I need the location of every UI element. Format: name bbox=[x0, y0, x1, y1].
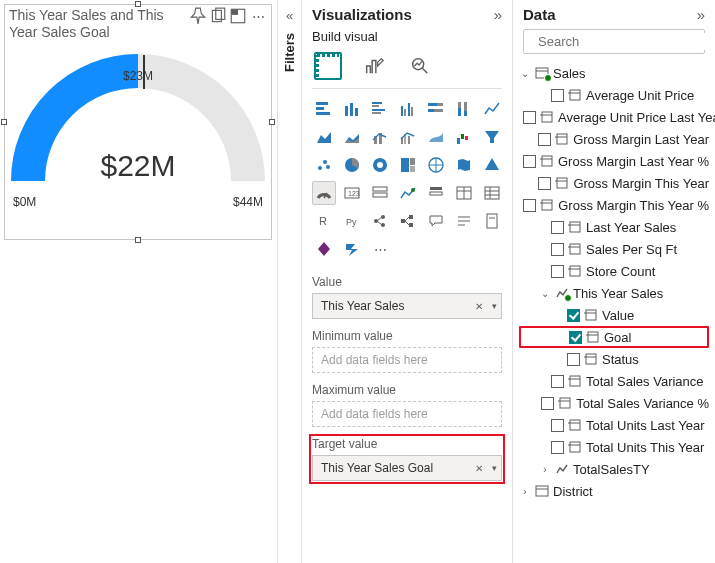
format-visual-tab[interactable] bbox=[360, 52, 388, 80]
target-well-field[interactable]: This Year Sales Goal ✕ ▾ bbox=[312, 455, 502, 481]
field-checkbox[interactable] bbox=[551, 221, 564, 234]
stacked-bar-icon[interactable] bbox=[312, 97, 336, 121]
stacked-area-icon[interactable] bbox=[340, 125, 364, 149]
resize-handle-bottom[interactable] bbox=[135, 237, 141, 243]
hundred-stacked-column-icon[interactable] bbox=[452, 97, 476, 121]
kpi-child-row[interactable]: Goal bbox=[519, 326, 709, 348]
decomposition-tree-icon[interactable] bbox=[396, 209, 420, 233]
paginated-report-icon[interactable] bbox=[480, 209, 504, 233]
field-checkbox[interactable] bbox=[523, 155, 536, 168]
field-checkbox[interactable] bbox=[569, 331, 582, 344]
qa-visual-icon[interactable] bbox=[424, 209, 448, 233]
gauge-icon[interactable] bbox=[312, 181, 336, 205]
hundred-stacked-bar-icon[interactable] bbox=[424, 97, 448, 121]
key-influencers-icon[interactable] bbox=[368, 209, 392, 233]
field-row[interactable]: Average Unit Price bbox=[519, 84, 709, 106]
field-row[interactable]: Total Sales Variance % bbox=[519, 392, 709, 414]
matrix-icon[interactable] bbox=[480, 181, 504, 205]
funnel-icon[interactable] bbox=[480, 125, 504, 149]
chevron-down-icon[interactable]: ▾ bbox=[492, 301, 497, 311]
field-row[interactable]: Sales Per Sq Ft bbox=[519, 238, 709, 260]
filled-map-icon[interactable] bbox=[452, 153, 476, 177]
kpi-child-row[interactable]: Status bbox=[519, 348, 709, 370]
field-checkbox[interactable] bbox=[551, 419, 564, 432]
field-checkbox[interactable] bbox=[551, 89, 564, 102]
field-checkbox[interactable] bbox=[541, 397, 554, 410]
field-row[interactable]: Gross Margin Last Year % bbox=[519, 150, 709, 172]
field-row[interactable]: Total Units This Year bbox=[519, 436, 709, 458]
kpi-child-row[interactable]: Value bbox=[519, 304, 709, 326]
copy-icon[interactable] bbox=[209, 7, 227, 25]
clustered-column-icon[interactable] bbox=[396, 97, 420, 121]
remove-field-icon[interactable]: ✕ bbox=[475, 301, 483, 312]
chevron-right-icon[interactable]: › bbox=[519, 486, 531, 497]
value-well[interactable]: Value This Year Sales ✕ ▾ bbox=[312, 275, 502, 319]
kpi-icon[interactable] bbox=[396, 181, 420, 205]
chevron-collapse-icon[interactable]: » bbox=[697, 6, 705, 23]
area-chart-icon[interactable] bbox=[312, 125, 336, 149]
smart-narrative-icon[interactable] bbox=[452, 209, 476, 233]
table-district[interactable]: › District bbox=[519, 480, 709, 502]
remove-field-icon[interactable]: ✕ bbox=[475, 463, 483, 474]
multi-row-card-icon[interactable] bbox=[368, 181, 392, 205]
field-checkbox[interactable] bbox=[523, 111, 536, 124]
chevron-down-icon[interactable]: ▾ bbox=[492, 463, 497, 473]
chevron-down-icon[interactable]: ⌄ bbox=[539, 288, 551, 299]
chevron-expand-icon[interactable]: « bbox=[286, 8, 293, 23]
search-field[interactable] bbox=[536, 33, 708, 50]
fx-totalsalesty[interactable]: › TotalSalesTY bbox=[519, 458, 709, 480]
analytics-tab[interactable] bbox=[406, 52, 434, 80]
field-checkbox[interactable] bbox=[567, 309, 580, 322]
scatter-icon[interactable] bbox=[312, 153, 336, 177]
azure-map-icon[interactable] bbox=[480, 153, 504, 177]
focus-icon[interactable] bbox=[229, 7, 247, 25]
field-row[interactable]: Gross Margin This Year bbox=[519, 172, 709, 194]
pin-icon[interactable] bbox=[189, 7, 207, 25]
field-row[interactable]: Gross Margin Last Year bbox=[519, 128, 709, 150]
map-icon[interactable] bbox=[424, 153, 448, 177]
field-checkbox[interactable] bbox=[551, 265, 564, 278]
chevron-collapse-icon[interactable]: » bbox=[494, 6, 502, 23]
donut-icon[interactable] bbox=[368, 153, 392, 177]
field-checkbox[interactable] bbox=[551, 375, 564, 388]
field-checkbox[interactable] bbox=[523, 199, 536, 212]
pie-icon[interactable] bbox=[340, 153, 364, 177]
chevron-right-icon[interactable]: › bbox=[539, 464, 551, 475]
min-well-placeholder[interactable]: Add data fields here bbox=[312, 347, 502, 373]
maximum-value-well[interactable]: Maximum value Add data fields here bbox=[312, 383, 502, 427]
report-canvas[interactable]: This Year Sales and This Year Sales Goal… bbox=[0, 0, 278, 563]
search-input[interactable] bbox=[523, 29, 705, 54]
table-icon[interactable] bbox=[452, 181, 476, 205]
field-row[interactable]: Total Sales Variance bbox=[519, 370, 709, 392]
field-row[interactable]: Gross Margin This Year % bbox=[519, 194, 709, 216]
field-row[interactable]: Total Units Last Year bbox=[519, 414, 709, 436]
field-checkbox[interactable] bbox=[567, 353, 580, 366]
build-visual-tab[interactable] bbox=[314, 52, 342, 80]
gauge-visual[interactable]: This Year Sales and This Year Sales Goal… bbox=[4, 4, 272, 240]
treemap-icon[interactable] bbox=[396, 153, 420, 177]
line-stacked-column-icon[interactable] bbox=[368, 125, 392, 149]
line-chart-icon[interactable] bbox=[480, 97, 504, 121]
target-value-well[interactable]: Target value This Year Sales Goal ✕ ▾ bbox=[312, 437, 502, 481]
slicer-icon[interactable] bbox=[424, 181, 448, 205]
line-clustered-column-icon[interactable] bbox=[396, 125, 420, 149]
table-sales[interactable]: ⌄ Sales bbox=[519, 62, 709, 84]
minimum-value-well[interactable]: Minimum value Add data fields here bbox=[312, 329, 502, 373]
chevron-down-icon[interactable]: ⌄ bbox=[519, 68, 531, 79]
clustered-bar-icon[interactable] bbox=[368, 97, 392, 121]
power-apps-icon[interactable] bbox=[312, 237, 336, 261]
field-row[interactable]: Last Year Sales bbox=[519, 216, 709, 238]
field-checkbox[interactable] bbox=[538, 133, 551, 146]
field-checkbox[interactable] bbox=[551, 243, 564, 256]
py-visual-icon[interactable]: Py bbox=[340, 209, 364, 233]
more-icon[interactable]: ⋯ bbox=[249, 7, 267, 25]
card-icon[interactable]: 123 bbox=[340, 181, 364, 205]
field-checkbox[interactable] bbox=[538, 177, 551, 190]
value-well-field[interactable]: This Year Sales ✕ ▾ bbox=[312, 293, 502, 319]
stacked-column-icon[interactable] bbox=[340, 97, 364, 121]
waterfall-icon[interactable] bbox=[452, 125, 476, 149]
ribbon-chart-icon[interactable] bbox=[424, 125, 448, 149]
power-automate-icon[interactable] bbox=[340, 237, 364, 261]
max-well-placeholder[interactable]: Add data fields here bbox=[312, 401, 502, 427]
kpi-this-year-sales[interactable]: ⌄ This Year Sales bbox=[519, 282, 709, 304]
